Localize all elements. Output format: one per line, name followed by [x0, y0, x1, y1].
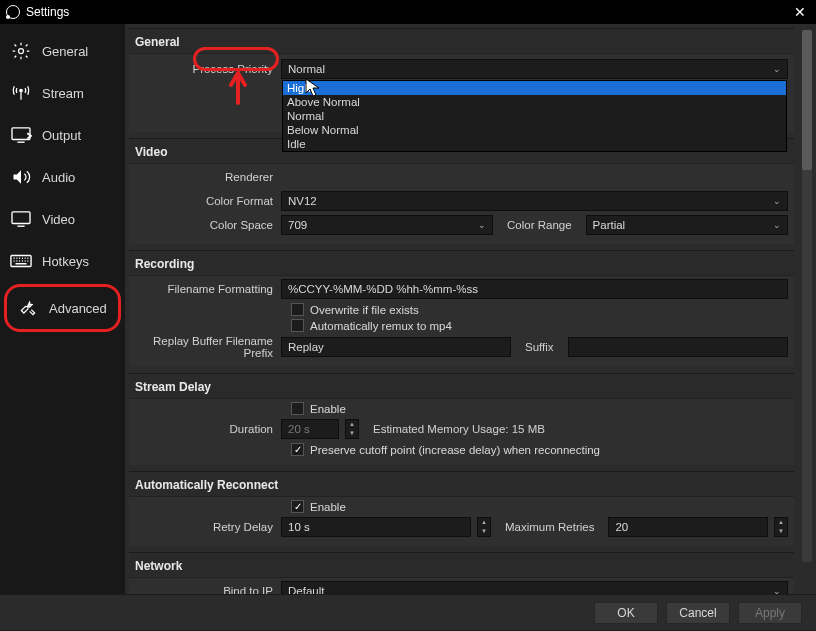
sidebar-item-label: General [42, 44, 88, 59]
process-priority-label: Process Priority [135, 63, 281, 75]
output-icon [10, 124, 32, 146]
retry-delay-label: Retry Delay [135, 521, 281, 533]
sidebar-item-video[interactable]: Video [0, 198, 125, 240]
filename-format-label: Filename Formatting [135, 283, 281, 295]
dropdown-option-high[interactable]: High [283, 81, 786, 95]
process-priority-select[interactable]: Normal ⌄ High Above Normal Normal Below … [281, 59, 788, 79]
preserve-cutoff-checkbox[interactable] [291, 443, 304, 456]
sidebar-item-label: Hotkeys [42, 254, 89, 269]
close-icon[interactable]: ✕ [790, 4, 810, 20]
scrollbar-thumb[interactable] [802, 30, 812, 170]
section-title: Stream Delay [129, 374, 794, 399]
reconnect-enable-label: Enable [310, 501, 346, 513]
scrollbar[interactable] [802, 30, 812, 562]
remux-checkbox[interactable] [291, 319, 304, 332]
duration-spin-buttons[interactable]: ▲▼ [345, 419, 359, 439]
window-title: Settings [26, 5, 69, 19]
chevron-down-icon: ⌄ [773, 196, 781, 206]
section-title: Recording [129, 251, 794, 276]
chevron-down-icon: ⌄ [773, 586, 781, 594]
settings-content: General Process Priority Normal ⌄ High A… [125, 28, 798, 594]
suffix-input[interactable] [568, 337, 788, 357]
delay-enable-checkbox[interactable] [291, 402, 304, 415]
max-retries-spin[interactable]: 20 [608, 517, 768, 537]
section-title: Automatically Reconnect [129, 472, 794, 497]
delay-enable-label: Enable [310, 403, 346, 415]
gear-icon [10, 40, 32, 62]
dropdown-option-above-normal[interactable]: Above Normal [283, 95, 786, 109]
svg-point-0 [19, 49, 24, 54]
sidebar-item-hotkeys[interactable]: Hotkeys [0, 240, 125, 282]
chevron-down-icon: ⌄ [773, 220, 781, 230]
duration-label: Duration [135, 423, 281, 435]
overwrite-label: Overwrite if file exists [310, 304, 419, 316]
chevron-down-icon: ⌄ [478, 220, 486, 230]
color-range-select[interactable]: Partial⌄ [586, 215, 788, 235]
max-retries-spin-buttons[interactable]: ▲▼ [774, 517, 788, 537]
footer: OK Cancel Apply [0, 594, 816, 630]
memory-usage-text: Estimated Memory Usage: 15 MB [365, 423, 553, 435]
sidebar-item-advanced[interactable]: Advanced [4, 284, 121, 332]
apply-button[interactable]: Apply [738, 602, 802, 624]
cancel-button[interactable]: Cancel [666, 602, 730, 624]
suffix-label: Suffix [517, 341, 562, 353]
reconnect-enable-checkbox[interactable] [291, 500, 304, 513]
chevron-down-icon: ⌄ [773, 64, 781, 74]
preserve-cutoff-label: Preserve cutoff point (increase delay) w… [310, 444, 600, 456]
keyboard-icon [10, 250, 32, 272]
overwrite-checkbox[interactable] [291, 303, 304, 316]
titlebar: Settings ✕ [0, 0, 816, 24]
ok-button[interactable]: OK [594, 602, 658, 624]
section-title: General [129, 29, 794, 54]
sidebar-item-stream[interactable]: Stream [0, 72, 125, 114]
dropdown-option-normal[interactable]: Normal [283, 109, 786, 123]
sidebar-item-output[interactable]: Output [0, 114, 125, 156]
sidebar-item-label: Video [42, 212, 75, 227]
section-general: General Process Priority Normal ⌄ High A… [129, 28, 794, 132]
section-auto-reconnect: Automatically Reconnect Enable Retry Del… [129, 471, 794, 546]
speaker-icon [10, 166, 32, 188]
sidebar-item-label: Audio [42, 170, 75, 185]
svg-point-1 [20, 89, 23, 92]
color-space-label: Color Space [135, 219, 281, 231]
monitor-icon [10, 208, 32, 230]
broadcast-icon [10, 82, 32, 104]
bind-ip-select[interactable]: Default⌄ [281, 581, 788, 594]
replay-prefix-label: Replay Buffer Filename Prefix [135, 335, 281, 359]
svg-rect-3 [12, 212, 30, 224]
renderer-label: Renderer [135, 171, 281, 183]
sidebar-item-general[interactable]: General [0, 30, 125, 72]
section-stream-delay: Stream Delay Enable Duration 20 s ▲▼ Est… [129, 373, 794, 465]
duration-spin[interactable]: 20 s [281, 419, 339, 439]
sidebar-item-label: Advanced [49, 301, 107, 316]
sidebar: General Stream Output Audio Video Hotkey… [0, 24, 125, 594]
tools-icon [17, 297, 39, 319]
section-title: Network [129, 553, 794, 578]
replay-prefix-input[interactable]: Replay [281, 337, 511, 357]
section-network: Network Bind to IP Default⌄ Dynamically … [129, 552, 794, 594]
sidebar-item-label: Stream [42, 86, 84, 101]
color-format-label: Color Format [135, 195, 281, 207]
retry-delay-spin-buttons[interactable]: ▲▼ [477, 517, 491, 537]
select-value: Normal [288, 63, 325, 75]
color-format-select[interactable]: NV12⌄ [281, 191, 788, 211]
dropdown-option-idle[interactable]: Idle [283, 137, 786, 151]
remux-label: Automatically remux to mp4 [310, 320, 452, 332]
sidebar-item-audio[interactable]: Audio [0, 156, 125, 198]
bind-ip-label: Bind to IP [135, 585, 281, 594]
dropdown-option-below-normal[interactable]: Below Normal [283, 123, 786, 137]
sidebar-item-label: Output [42, 128, 81, 143]
color-space-select[interactable]: 709⌄ [281, 215, 493, 235]
app-logo-icon [6, 5, 20, 19]
max-retries-label: Maximum Retries [497, 521, 602, 533]
color-range-label: Color Range [499, 219, 580, 231]
filename-format-input[interactable]: %CCYY-%MM-%DD %hh-%mm-%ss [281, 279, 788, 299]
process-priority-dropdown[interactable]: High Above Normal Normal Below Normal Id… [282, 80, 787, 152]
section-video: Video Renderer Color Format NV12⌄ Color … [129, 138, 794, 244]
section-recording: Recording Filename Formatting %CCYY-%MM-… [129, 250, 794, 367]
retry-delay-spin[interactable]: 10 s [281, 517, 471, 537]
